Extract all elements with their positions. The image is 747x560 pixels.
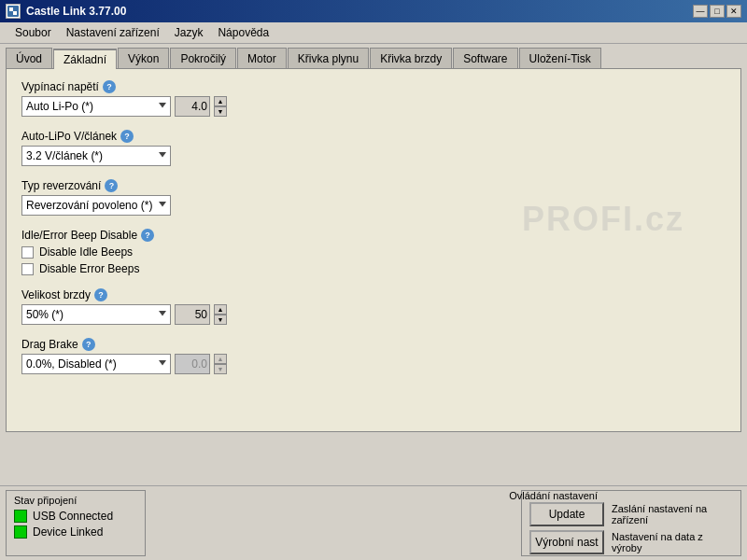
velikost-spin-down[interactable]: ▼ [214,315,227,325]
typ-rev-group: Typ reverzování ? Reverzování povoleno (… [21,179,726,216]
send-desc: Zaslání nastavení na zařízení [612,502,733,526]
usb-status-item: USB Connected [14,510,137,523]
vypinaci-input-row: Auto Li-Po (*) ▲ ▼ [21,96,726,117]
disable-idle-checkbox[interactable] [21,246,34,259]
drag-label: Drag Brake ? [21,338,726,351]
tab-motor[interactable]: Motor [237,48,287,68]
typ-rev-label: Typ reverzování ? [21,179,726,192]
title-bar: Castle Link 3.77.00 — □ ✕ [0,0,747,22]
device-label: Device Linked [33,525,103,539]
factory-desc: Nastavení na data z výroby [612,530,733,554]
disable-error-checkbox[interactable] [21,263,34,275]
velikost-spinner: ▲ ▼ [214,304,227,325]
tab-vykon[interactable]: Výkon [118,48,169,68]
window-title: Castle Link 3.77.00 [26,5,126,18]
drag-spin-down[interactable]: ▼ [214,364,227,374]
ctrl-descriptions: Zaslání nastavení na zařízení Nastavení … [612,502,733,554]
title-bar-left: Castle Link 3.77.00 [6,4,126,19]
idle-error-help-icon[interactable]: ? [141,229,154,242]
control-title: Ovládání nastavení [509,490,598,501]
factory-button[interactable]: Výrobní nast [529,530,604,554]
vypinaci-spin-up[interactable]: ▲ [214,96,227,106]
control-buttons: Update Výrobní nast [529,502,604,554]
idle-error-group: Idle/Error Beep Disable ? Disable Idle B… [21,229,726,275]
vypinaci-number[interactable] [175,96,210,117]
disable-idle-item: Disable Idle Beeps [21,245,726,259]
typ-rev-input-row: Reverzování povoleno (*) [21,195,726,216]
vypinaci-spin-down[interactable]: ▼ [214,106,227,117]
velikost-help-icon[interactable]: ? [94,288,107,301]
drag-input-row: 0.0%, Disabled (*) ▲ ▼ [21,354,726,374]
drag-number[interactable] [175,354,210,374]
drag-group: Drag Brake ? 0.0%, Disabled (*) ▲ ▼ [21,338,726,374]
vypinaci-label: Vypínací napětí ? [21,80,726,93]
velikost-spin-up[interactable]: ▲ [214,304,227,315]
auto-lipo-label: Auto-LiPo V/článek ? [21,130,726,143]
menu-nastaveni[interactable]: Nastavení zařízení [59,24,167,41]
device-led [14,525,27,539]
minimize-button[interactable]: — [693,5,708,18]
vypinaci-select[interactable]: Auto Li-Po (*) [21,96,171,117]
window-controls: — □ ✕ [693,5,741,18]
checkbox-group: Disable Idle Beeps Disable Error Beeps [21,245,726,275]
tab-bar: Úvod Základní Výkon Pokročilý Motor Křiv… [6,48,741,68]
typ-rev-select[interactable]: Reverzování povoleno (*) [21,195,171,216]
velikost-select[interactable]: 50% (*) [21,304,171,325]
tab-panel: PROFI.cz Vypínací napětí ? Auto Li-Po (*… [6,68,741,432]
velikost-number[interactable] [175,304,210,325]
menu-napoveda[interactable]: Nápověda [210,24,276,41]
status-bar: Stav připojení USB Connected Device Link… [0,485,747,560]
tab-ulozeni-tisk[interactable]: Uložení-Tisk [519,48,601,68]
app-icon [6,4,21,19]
connection-title: Stav připojení [14,495,137,506]
tab-krivka-plynu[interactable]: Křivka plynu [288,48,369,68]
drag-select[interactable]: 0.0%, Disabled (*) [21,354,171,374]
connection-panel: Stav připojení USB Connected Device Link… [6,490,146,556]
tab-pokrocily[interactable]: Pokročilý [170,48,236,68]
drag-spinner: ▲ ▼ [214,354,227,374]
auto-lipo-select[interactable]: 3.2 V/článek (*) [21,146,171,166]
drag-help-icon[interactable]: ? [82,338,95,351]
update-button[interactable]: Update [529,502,604,526]
main-area: Úvod Základní Výkon Pokročilý Motor Křiv… [0,44,747,436]
velikost-group: Velikost brzdy ? 50% (*) ▲ ▼ [21,288,726,325]
auto-lipo-input-row: 3.2 V/článek (*) [21,146,726,166]
control-panel: Ovládání nastavení Update Výrobní nast Z… [521,490,741,556]
menu-bar: Soubor Nastavení zařízení Jazyk Nápověda [0,22,747,44]
tab-krivka-brzdy[interactable]: Křivka brzdy [370,48,452,68]
device-status-item: Device Linked [14,525,137,539]
velikost-input-row: 50% (*) ▲ ▼ [21,304,726,325]
velikost-label: Velikost brzdy ? [21,288,726,301]
menu-jazyk[interactable]: Jazyk [167,24,211,41]
auto-lipo-help-icon[interactable]: ? [120,130,134,143]
tab-software[interactable]: Software [453,48,517,68]
drag-spin-up[interactable]: ▲ [214,354,227,364]
tab-zakladni[interactable]: Základní [53,49,117,69]
auto-lipo-group: Auto-LiPo V/článek ? 3.2 V/článek (*) [21,130,726,166]
vypinaci-group: Vypínací napětí ? Auto Li-Po (*) ▲ ▼ [21,80,726,117]
typ-rev-help-icon[interactable]: ? [105,179,118,192]
vypinaci-spinner: ▲ ▼ [214,96,227,117]
close-button[interactable]: ✕ [726,5,741,18]
svg-rect-1 [9,7,13,11]
tab-uvod[interactable]: Úvod [6,48,52,68]
restore-button[interactable]: □ [710,5,725,18]
disable-error-item: Disable Error Beeps [21,262,726,275]
usb-led [14,510,27,523]
svg-rect-2 [13,11,17,15]
idle-error-label: Idle/Error Beep Disable ? [21,229,726,242]
menu-soubor[interactable]: Soubor [7,24,59,41]
usb-label: USB Connected [33,510,113,523]
vypinaci-help-icon[interactable]: ? [103,80,116,93]
